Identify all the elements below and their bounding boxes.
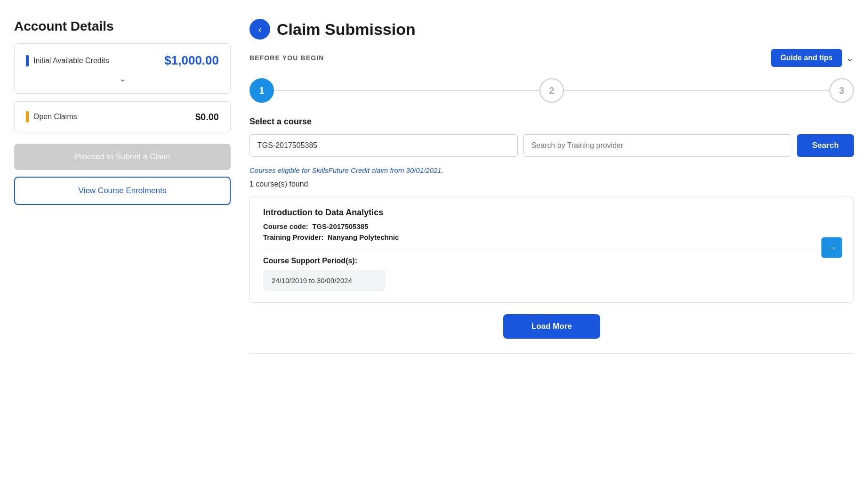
- step-line-1-2: [274, 90, 539, 91]
- claim-title: Claim Submission: [277, 20, 416, 39]
- yellow-bar-icon: [26, 111, 29, 122]
- training-provider-row: Training Provider: Nanyang Polytechnic: [263, 233, 840, 241]
- training-provider-input[interactable]: [523, 134, 792, 157]
- proceed-to-submit-button[interactable]: Proceed to Submit a Claim: [14, 144, 231, 170]
- view-course-enrolments-button[interactable]: View Course Enrolments: [14, 177, 231, 205]
- credits-chevron-icon[interactable]: ⌄: [26, 73, 219, 84]
- step-1-label: 1: [259, 85, 264, 96]
- step-3-label: 3: [839, 85, 844, 96]
- guide-and-tips-button[interactable]: Guide and tips: [771, 49, 842, 67]
- step-line-2-3: [564, 90, 829, 91]
- load-more-button[interactable]: Load More: [503, 314, 600, 339]
- step-2-label: 2: [549, 85, 554, 96]
- eligible-text: Courses eligible for SkillsFuture Credit…: [249, 166, 854, 174]
- before-you-begin-label: BEFORE YOU BEGIN: [249, 54, 324, 62]
- initial-credits-amount: $1,000.00: [164, 53, 219, 68]
- guide-tips-chevron-icon[interactable]: ⌄: [846, 52, 854, 64]
- course-name: Introduction to Data Analytics: [263, 208, 840, 218]
- credits-row: Initial Available Credits $1,000.00: [26, 53, 219, 68]
- initial-credits-text: Initial Available Credits: [33, 57, 109, 65]
- stepper: 1 2 3: [249, 78, 854, 103]
- blue-bar-icon: [26, 55, 29, 66]
- open-claims-amount: $0.00: [195, 112, 219, 122]
- card-divider: [263, 249, 840, 249]
- left-panel: Account Details Initial Available Credit…: [14, 19, 231, 354]
- course-select-arrow-button[interactable]: →: [821, 237, 842, 258]
- back-button[interactable]: ‹: [249, 19, 270, 40]
- support-period-value: 24/10/2019 to 30/09/2024: [263, 270, 386, 291]
- open-claims-row: Open Claims $0.00: [26, 111, 219, 122]
- step-1-circle[interactable]: 1: [249, 78, 274, 103]
- courses-found-text: 1 course(s) found: [249, 180, 854, 188]
- support-period-label: Course Support Period(s):: [263, 257, 840, 265]
- open-claims-text: Open Claims: [33, 113, 77, 121]
- course-code-label: Course code:: [263, 222, 308, 230]
- right-panel: ‹ Claim Submission BEFORE YOU BEGIN Guid…: [249, 19, 854, 354]
- guide-tips-group: Guide and tips ⌄: [771, 49, 854, 67]
- search-button[interactable]: Search: [797, 134, 854, 157]
- course-code-input[interactable]: [249, 134, 518, 157]
- open-claims-label: Open Claims: [26, 111, 77, 122]
- load-more-container: Load More: [249, 314, 854, 339]
- search-row: Search: [249, 134, 854, 157]
- back-arrow-icon: ‹: [258, 24, 262, 35]
- open-claims-card: Open Claims $0.00: [14, 101, 231, 132]
- step-2-circle[interactable]: 2: [539, 78, 564, 103]
- training-provider-value: Nanyang Polytechnic: [328, 233, 399, 241]
- course-card: Introduction to Data Analytics Course co…: [249, 196, 854, 303]
- bottom-divider: [249, 353, 854, 354]
- page-container: Account Details Initial Available Credit…: [0, 0, 868, 373]
- credits-label: Initial Available Credits: [26, 55, 109, 66]
- course-code-value: TGS-2017505385: [312, 222, 368, 230]
- step-3-circle[interactable]: 3: [829, 78, 854, 103]
- arrow-right-icon: →: [827, 241, 837, 253]
- before-you-begin-row: BEFORE YOU BEGIN Guide and tips ⌄: [249, 49, 854, 67]
- training-provider-label: Training Provider:: [263, 233, 323, 241]
- account-title: Account Details: [14, 19, 231, 34]
- select-course-label: Select a course: [249, 117, 854, 127]
- claim-header: ‹ Claim Submission: [249, 19, 854, 40]
- credits-card: Initial Available Credits $1,000.00 ⌄: [14, 43, 231, 94]
- course-code-row: Course code: TGS-2017505385: [263, 222, 840, 230]
